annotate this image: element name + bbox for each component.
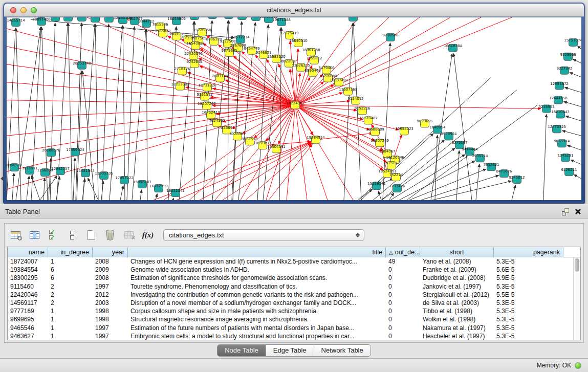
graph-edge[interactable] <box>399 161 475 200</box>
table-cell[interactable]: 1 <box>48 324 93 332</box>
table-cell[interactable]: 1 <box>48 315 93 323</box>
table-cell[interactable]: Dudbridge et al. (2008) <box>420 274 494 282</box>
graph-node[interactable] <box>51 17 60 21</box>
graph-edge[interactable] <box>146 29 147 200</box>
table-cell[interactable]: 19384554 <box>8 266 48 274</box>
graph-edge[interactable] <box>295 17 481 105</box>
table-cell[interactable]: Tourette syndrome. Phenomenology and cla… <box>128 282 386 291</box>
table-cell[interactable]: Tibbo et al. (1998) <box>420 307 494 315</box>
table-cell[interactable]: Estimation of the future numbers of pati… <box>128 324 386 332</box>
table-row[interactable]: 911546021997Tourette syndrome. Phenomeno… <box>8 282 580 291</box>
table-cell[interactable]: Franke et al. (2009) <box>420 266 494 274</box>
row-selection-button[interactable]: ✓ ✓ <box>47 228 60 242</box>
table-cell[interactable]: Structural magnetic resonance image aver… <box>128 315 386 323</box>
network-window-titlebar[interactable]: citations_edges.txt <box>4 4 584 17</box>
table-cell[interactable]: 14569117 <box>8 299 48 307</box>
graph-node[interactable] <box>225 17 233 18</box>
graph-edge[interactable] <box>7 105 295 154</box>
graph-node[interactable] <box>252 17 260 20</box>
table-cell[interactable]: de Silva et al. (2003) <box>420 299 494 307</box>
graph-edge[interactable] <box>7 28 15 200</box>
graph-edge[interactable] <box>16 28 21 200</box>
graph-edge[interactable] <box>7 105 295 118</box>
graph-edge[interactable] <box>295 17 512 105</box>
close-panel-icon[interactable] <box>574 208 582 215</box>
column-visibility-button[interactable] <box>28 228 41 242</box>
table-cell[interactable]: 0 <box>386 291 420 299</box>
graph-edge[interactable] <box>564 102 581 107</box>
graph-node[interactable] <box>208 17 217 18</box>
vertical-scrollbar[interactable] <box>573 257 580 340</box>
close-window-button[interactable] <box>10 7 16 13</box>
table-row[interactable]: 1872400712008Changes of HCN gene express… <box>8 257 580 266</box>
table-row[interactable]: 1938455462009Genome-wide association stu… <box>8 266 580 274</box>
table-cell[interactable]: 5.3E-5 <box>494 307 563 315</box>
table-cell[interactable]: 9463627 <box>8 332 48 340</box>
new-table-button[interactable] <box>84 228 98 242</box>
table-cell[interactable]: Genome-wide association studies in ADHD. <box>128 266 386 274</box>
function-builder-button[interactable]: f(x) <box>141 228 155 242</box>
table-cell[interactable]: 6 <box>48 274 93 282</box>
graph-edge[interactable] <box>573 59 581 63</box>
table-cell[interactable]: 1998 <box>93 315 128 323</box>
table-cell[interactable]: Nakamura et al. (1997) <box>420 324 494 332</box>
column-header-title[interactable]: title <box>128 247 386 257</box>
table-cell[interactable]: 2 <box>48 282 93 291</box>
graph-edge[interactable] <box>565 116 581 121</box>
graph-edge[interactable] <box>574 174 581 179</box>
network-view-window[interactable]: citations_edges.txt 18724007193845541405… <box>3 3 585 204</box>
table-cell[interactable]: 2009 <box>93 266 128 274</box>
graph-edge[interactable] <box>578 46 581 49</box>
graph-edge[interactable] <box>570 73 581 77</box>
graph-edge[interactable] <box>453 54 472 200</box>
table-cell[interactable]: 0 <box>386 282 420 291</box>
table-settings-button[interactable] <box>9 228 22 242</box>
graph-edge[interactable] <box>27 176 29 200</box>
memory-status-icon[interactable] <box>575 362 581 369</box>
graph-edge[interactable] <box>200 142 311 200</box>
table-cell[interactable]: Corpus callosum shape and size in male p… <box>128 307 386 315</box>
table-cell[interactable]: 9699695 <box>8 315 48 323</box>
graph-edge[interactable] <box>456 150 459 200</box>
graph-edge[interactable] <box>140 190 142 200</box>
table-row[interactable]: 969969511998Structural magnetic resonanc… <box>8 315 580 323</box>
graph-edge[interactable] <box>381 90 517 200</box>
graph-edge[interactable] <box>168 27 176 200</box>
table-selector[interactable]: citations_edges.txt <box>163 229 364 241</box>
graph-edge[interactable] <box>290 41 295 105</box>
table-cell[interactable]: 1997 <box>93 324 128 332</box>
table-cell[interactable]: 49 <box>386 257 420 266</box>
graph-edge[interactable] <box>295 17 389 105</box>
table-cell[interactable]: 9115460 <box>8 282 48 291</box>
graph-edge[interactable] <box>73 158 75 200</box>
graph-edge[interactable] <box>76 23 82 200</box>
table-cell[interactable]: 22420046 <box>8 291 48 299</box>
table-cell[interactable]: 18724007 <box>8 257 48 266</box>
table-cell[interactable]: Jankovic et al. (1997) <box>420 282 494 291</box>
graph-edge[interactable] <box>32 176 40 200</box>
graph-edge[interactable] <box>223 143 311 200</box>
table-cell[interactable]: 2008 <box>93 257 128 266</box>
table-cell[interactable]: 2012 <box>93 291 128 299</box>
table-cell[interactable]: Yano et al. (2008) <box>420 257 494 266</box>
graph-edge[interactable] <box>344 23 353 200</box>
table-cell[interactable]: 0 <box>386 299 420 307</box>
graph-edge[interactable] <box>82 179 85 200</box>
tab-edge-table[interactable]: Edge Table <box>266 345 314 356</box>
table-cell[interactable]: 1997 <box>93 332 128 340</box>
table-cell[interactable]: 5.3E-5 <box>494 282 563 291</box>
graph-edge[interactable] <box>571 160 581 164</box>
table-cell[interactable]: Wolkin et al. (1998) <box>420 315 494 323</box>
graph-edge[interactable] <box>7 105 295 136</box>
table-cell[interactable]: Investigating the contribution of common… <box>128 291 386 299</box>
graph-edge[interactable] <box>409 169 486 200</box>
table-cell[interactable]: 5.3E-5 <box>494 324 563 332</box>
graph-edge[interactable] <box>295 105 399 130</box>
table-cell[interactable]: 9465546 <box>8 324 48 332</box>
graph-edge[interactable] <box>512 185 515 200</box>
table-cell[interactable]: 2 <box>48 299 93 307</box>
rows-button[interactable] <box>66 228 79 242</box>
graph-edge[interactable] <box>203 20 212 200</box>
table-cell[interactable]: Changes of HCN gene expression and I(f) … <box>128 257 386 266</box>
scrollbar-thumb[interactable] <box>575 258 579 272</box>
